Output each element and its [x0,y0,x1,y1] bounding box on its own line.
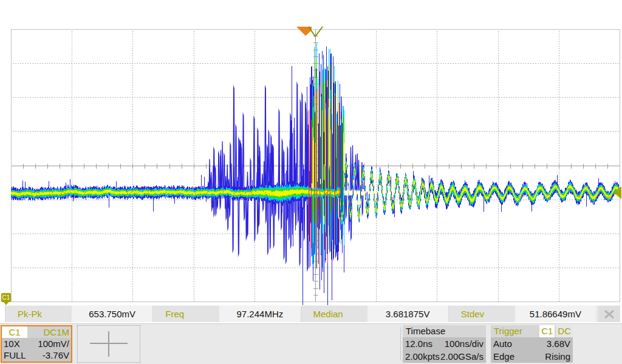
trigger-mode: Auto [493,337,545,350]
channel1-bandwidth: FULL [4,349,26,361]
oscilloscope-screen: C1 Pk-Pk 653.750mV Freq 97.244MHz Median… [0,0,622,364]
measurement-pkpk[interactable]: Pk-Pk 653.750mV [5,306,152,322]
trigger-title: Trigger [491,325,538,337]
timebase-rate: 2.00GSa/s [440,350,484,363]
measurement-stdev[interactable]: Stdev 51.86649mV [448,306,596,322]
trigger-level-marker[interactable] [612,186,622,200]
waveform-display [0,0,622,306]
trigger-slope: Rising [545,350,570,363]
trigger-coupling-chip: DC [556,325,573,337]
timebase-samples: 2.00kpts [405,350,440,363]
channel1-position-marker[interactable]: C1 [1,293,11,302]
timebase-scale: 100ns/div [440,337,484,350]
measurement-value: 3.681875V [367,306,448,322]
trigger-box[interactable]: Trigger C1 DC Auto 3.68V Edge Rising [491,325,573,363]
channel1-descriptor-box[interactable]: C1 DC1M 10X 100mV/ FULL -3.76V [1,325,72,363]
close-icon [604,310,615,318]
channel1-descriptor-header: C1 DC1M [2,326,71,338]
measurement-value: 653.750mV [72,306,152,322]
trigger-level: 3.68V [545,337,570,350]
measurement-label: Median [301,306,367,322]
timebase-delay: 12.0ns [405,337,440,350]
timebase-box[interactable]: Timebase 12.0ns 100ns/div 2.00kpts 2.00G… [403,325,486,363]
measurement-label: Stdev [449,306,515,322]
measurement-label: Freq [153,306,219,322]
trigger-position-marker[interactable] [294,24,326,39]
panel-divider [400,327,401,360]
measurement-bar: Pk-Pk 653.750mV Freq 97.244MHz Median 3.… [5,305,620,322]
measurement-freq[interactable]: Freq 97.244MHz [152,306,300,322]
measurement-value: 51.86649mV [515,306,596,322]
timebase-title: Timebase [403,325,486,337]
close-measurements-button[interactable] [598,306,620,322]
trigger-type: Edge [493,350,545,363]
channel1-probe: 10X [4,338,20,349]
channel1-scale: 100mV/ [38,338,69,349]
trigger-level-triangle-icon [613,186,621,199]
measurement-median[interactable]: Median 3.681875V [301,306,448,322]
crosshair-icon [108,331,109,357]
measurement-label: Pk-Pk [5,306,72,322]
channel1-tab[interactable]: C1 [2,326,27,338]
channel1-offset: -3.76V [43,349,69,361]
status-panel: C1 DC1M 10X 100mV/ FULL -3.76V Timebase … [0,323,622,364]
channel1-coupling: DC1M [27,326,71,338]
trigger-source-chip: C1 [539,325,555,337]
measurement-value: 97.244MHz [219,306,300,322]
empty-descriptor-slot[interactable] [77,325,140,363]
